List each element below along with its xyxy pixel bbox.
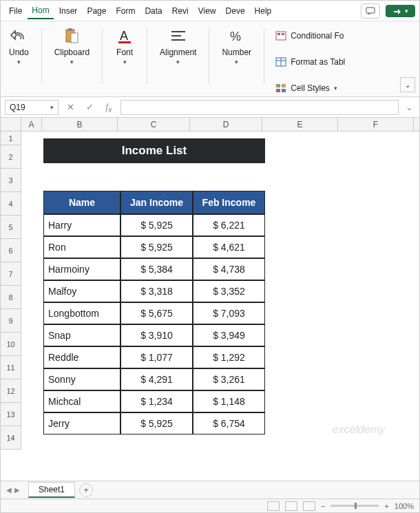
cell-name[interactable]: Malfoy [43, 280, 120, 302]
row-header-10[interactable]: 10 [1, 333, 21, 356]
tab-help[interactable]: Help [251, 3, 276, 19]
tab-page[interactable]: Page [83, 3, 110, 19]
view-page-break-button[interactable] [303, 501, 315, 511]
col-header-D[interactable]: D [190, 118, 262, 131]
row-header-11[interactable]: 11 [1, 356, 21, 379]
row-header-3[interactable]: 3 [1, 169, 21, 192]
col-header-F[interactable]: F [338, 118, 414, 131]
cell-jan[interactable]: $ 1,234 [120, 390, 193, 412]
sheet-nav-prev[interactable]: ◀ [6, 486, 12, 494]
format-as-table-button[interactable]: Format as Tabl [273, 50, 348, 74]
ribbon-expand-button[interactable]: ⌄ [400, 77, 415, 92]
cell-jan[interactable]: $ 3,318 [120, 280, 193, 302]
fx-button[interactable]: fx [101, 100, 116, 115]
row-header-12[interactable]: 12 [1, 379, 21, 403]
tab-data[interactable]: Data [140, 3, 166, 19]
zoom-in-button[interactable]: + [384, 502, 388, 510]
row-header-8[interactable]: 8 [1, 286, 21, 309]
cell-name[interactable]: Michcal [43, 390, 120, 412]
cell-name[interactable]: Reddle [43, 346, 120, 368]
select-all-corner[interactable] [1, 118, 21, 131]
cell-name[interactable]: Harry [43, 214, 120, 236]
row-header-14[interactable]: 14 [1, 426, 21, 450]
table-row: Harry$ 5,925$ 6,221 [43, 214, 265, 236]
tab-home[interactable]: Hom [28, 3, 53, 19]
cell-feb[interactable]: $ 4,621 [193, 236, 265, 258]
add-sheet-button[interactable]: + [79, 483, 93, 497]
tab-file[interactable]: File [5, 3, 26, 19]
sheet-tab-sheet1[interactable]: Sheet1 [28, 482, 75, 498]
row-header-6[interactable]: 6 [1, 239, 21, 262]
cell-jan[interactable]: $ 5,675 [120, 302, 193, 324]
sheet-nav-next[interactable]: ▶ [14, 486, 20, 494]
cell-feb[interactable]: $ 6,754 [193, 412, 265, 435]
header-name[interactable]: Name [43, 191, 120, 214]
col-header-B[interactable]: B [42, 118, 118, 131]
cell-jan[interactable]: $ 5,925 [120, 412, 193, 435]
header-feb[interactable]: Feb Income [193, 191, 265, 214]
cell-jan[interactable]: $ 5,925 [120, 214, 193, 236]
cell-feb[interactable]: $ 6,221 [193, 214, 265, 236]
zoom-level[interactable]: 100% [395, 502, 414, 510]
comments-button[interactable] [361, 3, 380, 19]
share-icon [392, 7, 402, 15]
cell-jan[interactable]: $ 4,291 [120, 368, 193, 390]
cell-name[interactable]: Sonny [43, 368, 120, 390]
tab-view[interactable]: View [194, 3, 220, 19]
row-header-4[interactable]: 4 [1, 192, 21, 216]
svg-rect-16 [276, 84, 280, 87]
cancel-formula-button[interactable]: ✕ [63, 100, 78, 115]
row-header-2[interactable]: 2 [1, 145, 21, 169]
cell-feb[interactable]: $ 3,261 [193, 368, 265, 390]
row-header-9[interactable]: 9 [1, 309, 21, 333]
cell-name[interactable]: Longbottom [43, 302, 120, 324]
cell-feb[interactable]: $ 3,949 [193, 324, 265, 346]
row-header-1[interactable]: 1 [1, 132, 21, 145]
svg-rect-10 [276, 32, 286, 40]
row-header-7[interactable]: 7 [1, 262, 21, 286]
svg-rect-11 [277, 33, 280, 35]
cell-feb[interactable]: $ 4,738 [193, 258, 265, 280]
col-header-E[interactable]: E [262, 118, 338, 131]
col-header-A[interactable]: A [21, 118, 42, 131]
share-button[interactable]: ▾ [386, 5, 415, 17]
menu-bar: File Hom Inser Page Form Data Revi View … [1, 1, 419, 21]
cell-styles-button[interactable]: Cell Styles ▾ [273, 76, 348, 100]
formula-expand-button[interactable]: ⌄ [403, 102, 415, 112]
tab-formulas[interactable]: Form [112, 3, 139, 19]
enter-formula-button[interactable]: ✓ [82, 100, 97, 115]
row-header-5[interactable]: 5 [1, 216, 21, 239]
check-icon: ✓ [86, 102, 94, 112]
conditional-formatting-button[interactable]: Conditional Fo [273, 24, 348, 48]
cell-feb[interactable]: $ 1,148 [193, 390, 265, 412]
tab-review[interactable]: Revi [168, 3, 193, 19]
number-button[interactable]: % Number ▾ [218, 24, 255, 68]
row-header-13[interactable]: 13 [1, 403, 21, 426]
cell-feb[interactable]: $ 3,352 [193, 280, 265, 302]
worksheet-grid[interactable]: A B C D E F 1234567891011121314 Income L… [1, 118, 419, 474]
cell-feb[interactable]: $ 1,292 [193, 346, 265, 368]
formula-input[interactable] [120, 100, 399, 115]
view-page-layout-button[interactable] [285, 501, 297, 511]
cell-name[interactable]: Harmoiny [43, 258, 120, 280]
cell-feb[interactable]: $ 7,093 [193, 302, 265, 324]
cell-jan[interactable]: $ 3,910 [120, 324, 193, 346]
paste-button[interactable]: Clipboard ▾ [50, 24, 94, 68]
zoom-slider[interactable] [330, 505, 379, 507]
tab-insert[interactable]: Inser [55, 3, 82, 19]
undo-button[interactable]: Undo ▾ [5, 24, 33, 68]
font-button[interactable]: A Font ▾ [111, 24, 138, 68]
header-jan[interactable]: Jan Income [120, 191, 193, 214]
cell-jan[interactable]: $ 5,925 [120, 236, 193, 258]
col-header-C[interactable]: C [118, 118, 190, 131]
tab-developer[interactable]: Deve [222, 3, 249, 19]
name-box[interactable]: Q19 ▾ [5, 100, 59, 115]
cell-jan[interactable]: $ 5,384 [120, 258, 193, 280]
zoom-out-button[interactable]: − [321, 502, 325, 510]
cell-name[interactable]: Ron [43, 236, 120, 258]
cell-name[interactable]: Jerry [43, 412, 120, 435]
cell-name[interactable]: Snap [43, 324, 120, 346]
alignment-button[interactable]: Alignment ▾ [156, 24, 200, 68]
view-normal-button[interactable] [267, 501, 280, 511]
cell-jan[interactable]: $ 1,077 [120, 346, 193, 368]
